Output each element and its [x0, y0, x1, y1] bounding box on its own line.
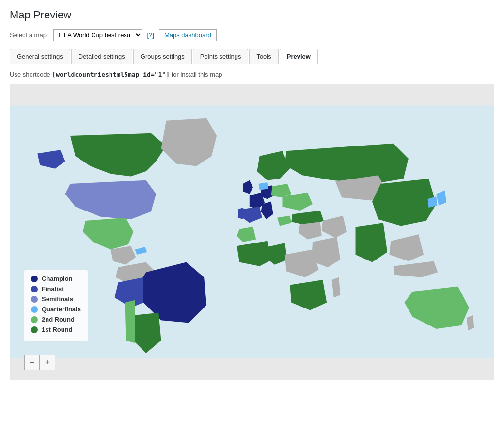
legend-champion: Champion — [31, 275, 81, 282]
legend-2nd-round: 2nd Round — [31, 316, 81, 323]
legend-finalist: Finalist — [31, 285, 81, 292]
legend-dot-1st-round — [31, 326, 38, 333]
legend-dot-champion — [31, 276, 38, 282]
tab-general-settings[interactable]: General settings — [10, 49, 70, 64]
tab-detailed-settings[interactable]: Detailed settings — [71, 49, 132, 64]
legend-dot-semifinals — [31, 296, 38, 303]
legend-dot-finalist — [31, 286, 38, 292]
select-map-label: Select a map: — [10, 32, 48, 39]
map-select[interactable]: FIFA World Cup best resu — [53, 29, 142, 41]
map-container: Champion Finalist Semifinals Quarterfina… — [10, 84, 494, 380]
tabs-bar: General settings Detailed settings Group… — [10, 49, 494, 64]
legend-label-semifinals: Semifinals — [42, 295, 73, 303]
select-map-row: Select a map: FIFA World Cup best resu [… — [10, 29, 494, 41]
maps-dashboard-button[interactable]: Maps dashboard — [159, 29, 217, 41]
shortcode-info: Use shortcode [worldcountrieshtml5map id… — [10, 71, 494, 78]
legend-dot-2nd-round — [31, 316, 38, 323]
help-link[interactable]: [?] — [147, 32, 154, 39]
zoom-controls: − + — [24, 355, 55, 370]
tab-points-settings[interactable]: Points settings — [193, 49, 249, 64]
map-legend: Champion Finalist Semifinals Quarterfina… — [24, 270, 88, 341]
legend-label-quarterfinals: Quarterfinals — [42, 306, 81, 313]
zoom-in-button[interactable]: + — [40, 355, 55, 370]
tab-preview[interactable]: Preview — [280, 49, 318, 64]
legend-dot-quarterfinals — [31, 306, 38, 313]
zoom-out-button[interactable]: − — [24, 355, 40, 370]
tab-tools[interactable]: Tools — [249, 49, 278, 64]
tab-groups-settings[interactable]: Groups settings — [133, 49, 192, 64]
legend-quarterfinals: Quarterfinals — [31, 306, 81, 313]
legend-semifinals: Semifinals — [31, 295, 81, 303]
legend-1st-round: 1st Round — [31, 326, 81, 333]
page-title: Map Preview — [10, 9, 494, 21]
legend-label-champion: Champion — [42, 275, 73, 282]
legend-label-2nd-round: 2nd Round — [42, 316, 75, 323]
legend-label-finalist: Finalist — [42, 285, 64, 292]
legend-label-1st-round: 1st Round — [42, 326, 73, 333]
